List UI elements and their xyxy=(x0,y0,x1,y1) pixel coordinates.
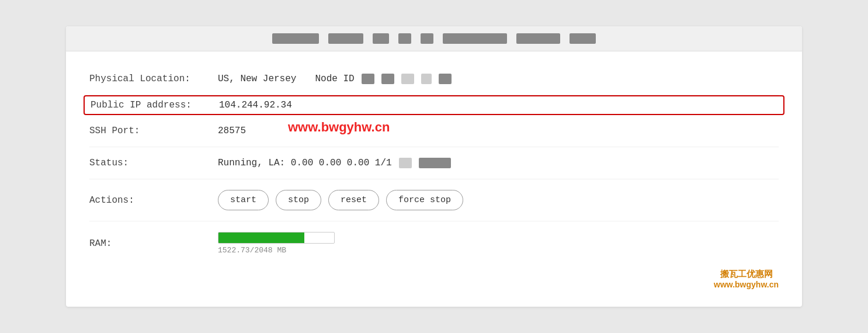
top-bar xyxy=(66,26,802,51)
node-id-block-3 xyxy=(401,74,414,84)
physical-location-label: Physical Location: xyxy=(89,74,218,84)
public-ip-label: Public IP address: xyxy=(91,100,219,110)
redacted-block-8 xyxy=(570,33,596,44)
watermark-line2: www.bwgyhw.cn xyxy=(714,280,779,289)
ram-bar-container xyxy=(218,232,335,244)
status-block-2 xyxy=(419,158,451,168)
physical-location-text: US, New Jersey xyxy=(218,74,296,84)
stop-button[interactable]: stop xyxy=(276,190,321,210)
server-panel: Physical Location: US, New Jersey Node I… xyxy=(66,26,802,307)
ram-bar-wrapper: 1522.73/2048 MB xyxy=(218,232,335,255)
actions-label: Actions: xyxy=(89,195,218,206)
status-text: Running, LA: 0.00 0.00 0.00 1/1 xyxy=(218,158,392,168)
panel-content: Physical Location: US, New Jersey Node I… xyxy=(66,51,802,277)
node-id-block-4 xyxy=(421,74,432,84)
redacted-block-2 xyxy=(328,33,363,44)
actions-row: Actions: start stop reset force stop xyxy=(89,179,779,221)
node-id-block-5 xyxy=(439,74,452,84)
ram-label: RAM: xyxy=(89,238,218,249)
node-id-block-1 xyxy=(362,74,374,84)
ram-row: RAM: 1522.73/2048 MB xyxy=(89,221,779,265)
redacted-block-5 xyxy=(421,33,433,44)
force-stop-button[interactable]: force stop xyxy=(386,190,463,210)
ssh-port-label: SSH Port: xyxy=(89,126,218,136)
ram-value: 1522.73/2048 MB xyxy=(218,232,335,255)
start-button[interactable]: start xyxy=(218,190,269,210)
redacted-block-1 xyxy=(272,33,319,44)
node-id-block-2 xyxy=(381,74,394,84)
ram-text: 1522.73/2048 MB xyxy=(218,246,335,255)
status-value: Running, LA: 0.00 0.00 0.00 1/1 xyxy=(218,158,451,168)
status-label: Status: xyxy=(89,158,218,168)
node-id-label: Node ID xyxy=(315,74,354,84)
ssh-port-value: 28575 xyxy=(218,126,246,136)
public-ip-value: 104.244.92.34 xyxy=(219,100,292,110)
physical-location-row: Physical Location: US, New Jersey Node I… xyxy=(89,63,779,95)
watermark: 搬瓦工优惠网 www.bwgyhw.cn xyxy=(714,269,779,289)
status-block-1 xyxy=(399,158,412,168)
redacted-block-6 xyxy=(443,33,507,44)
reset-button[interactable]: reset xyxy=(328,190,379,210)
actions-buttons: start stop reset force stop xyxy=(218,190,463,210)
redacted-block-3 xyxy=(373,33,389,44)
public-ip-row: Public IP address: 104.244.92.34 xyxy=(84,95,784,115)
redacted-block-7 xyxy=(516,33,560,44)
ssh-port-row: SSH Port: 28575 xyxy=(89,115,779,147)
status-row: Status: Running, LA: 0.00 0.00 0.00 1/1 xyxy=(89,147,779,179)
physical-location-value: US, New Jersey Node ID xyxy=(218,74,452,84)
ram-bar-fill xyxy=(218,233,304,243)
public-ip-text: 104.244.92.34 xyxy=(219,100,292,110)
ssh-port-text: 28575 xyxy=(218,126,246,136)
redacted-block-4 xyxy=(398,33,411,44)
watermark-line1: 搬瓦工优惠网 xyxy=(714,269,779,280)
